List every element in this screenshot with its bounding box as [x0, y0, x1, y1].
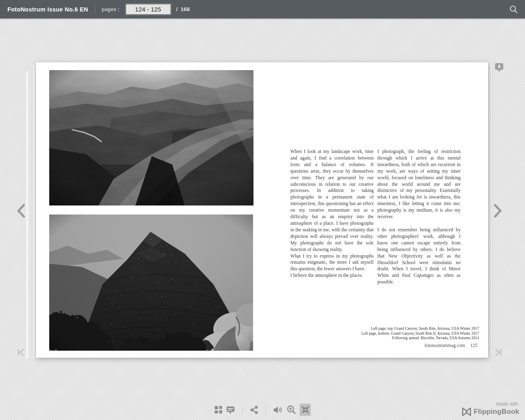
search-button[interactable] [507, 3, 520, 16]
thumbnails-button[interactable] [215, 406, 223, 414]
bar-chevron-left-icon [17, 348, 26, 357]
paragraph: I do not remember being influenced by ot… [377, 227, 461, 285]
speaker-icon [274, 406, 283, 414]
page-stack-left [26, 62, 36, 358]
notes-bubble-icon [226, 406, 235, 414]
made-with-label: made with [462, 401, 518, 407]
chevron-left-icon [16, 203, 26, 219]
toolbar-divider [95, 5, 96, 14]
zoom-in-icon [287, 405, 297, 415]
article-column-1: When I look at my landscape work, time a… [290, 148, 374, 279]
caption-line: Left page, top: Grand Canyon, South Rim,… [266, 326, 479, 331]
next-page-button[interactable] [493, 203, 503, 220]
arrows-inward-icon [301, 405, 310, 414]
search-icon [509, 5, 518, 14]
top-toolbar: FotoNostrum Issue No.6 EN pages : /168 [0, 0, 525, 18]
pages-label: pages : [102, 7, 120, 12]
toolbar-divider [266, 405, 266, 414]
share-icon [250, 406, 258, 414]
paragraph: I believe the atmosphere in the places [290, 272, 374, 279]
exit-fullscreen-button[interactable] [300, 404, 311, 416]
bottom-toolbar [215, 403, 311, 416]
paragraph: What I try to express in my photographs … [290, 253, 374, 273]
page-footer: fotonostrummag.com125 [266, 343, 477, 348]
chevron-right-icon [493, 203, 503, 219]
page-number: 125 [470, 343, 477, 348]
page-stack-right [488, 62, 493, 357]
chevron-bar-right-icon [493, 348, 502, 357]
pages-total-count: 168 [180, 6, 190, 12]
photo-captions: Left page, top: Grand Canyon, South Rim,… [266, 326, 479, 341]
last-page-button[interactable] [493, 348, 502, 358]
notes-button[interactable] [226, 406, 235, 414]
pages-total-separator: / [176, 6, 178, 12]
flippingbook-wordmark: FlippingBook [474, 408, 519, 416]
toolbar-divider [242, 405, 243, 414]
pages-total: /168 [176, 6, 190, 12]
pages-input[interactable] [126, 4, 171, 15]
share-button[interactable] [250, 406, 258, 414]
caption-line: Following spread: Rhyolite, Nevada, USA … [266, 336, 479, 341]
paragraph: I photograph, the feeling of restriction… [377, 148, 461, 220]
site-url: fotonostrummag.com [425, 343, 465, 348]
zoom-hint-plus-icon[interactable] [495, 63, 503, 70]
first-page-button[interactable] [17, 348, 26, 358]
paragraph: When I look at my landscape work, time a… [290, 148, 374, 253]
photo-grand-canyon-top[interactable] [49, 70, 253, 205]
flippingbook-logo-icon [462, 407, 471, 416]
flippingbook-branding-link[interactable]: made with FlippingBook [462, 401, 519, 416]
sound-button[interactable] [274, 406, 283, 414]
thumbnails-grid-icon [215, 406, 223, 414]
book-spread[interactable]: When I look at my landscape work, time a… [36, 62, 488, 358]
viewer-stage: When I look at my landscape work, time a… [0, 18, 525, 420]
zoom-in-button[interactable] [287, 405, 297, 415]
photo-grand-canyon-bottom[interactable] [49, 215, 253, 351]
article-column-2: I photograph, the feeling of restriction… [377, 148, 461, 285]
previous-page-button[interactable] [16, 203, 26, 220]
publication-title: FotoNostrum Issue No.6 EN [7, 6, 88, 13]
caption-line: Left page, bottom: Grand Canyon, South R… [266, 331, 479, 336]
